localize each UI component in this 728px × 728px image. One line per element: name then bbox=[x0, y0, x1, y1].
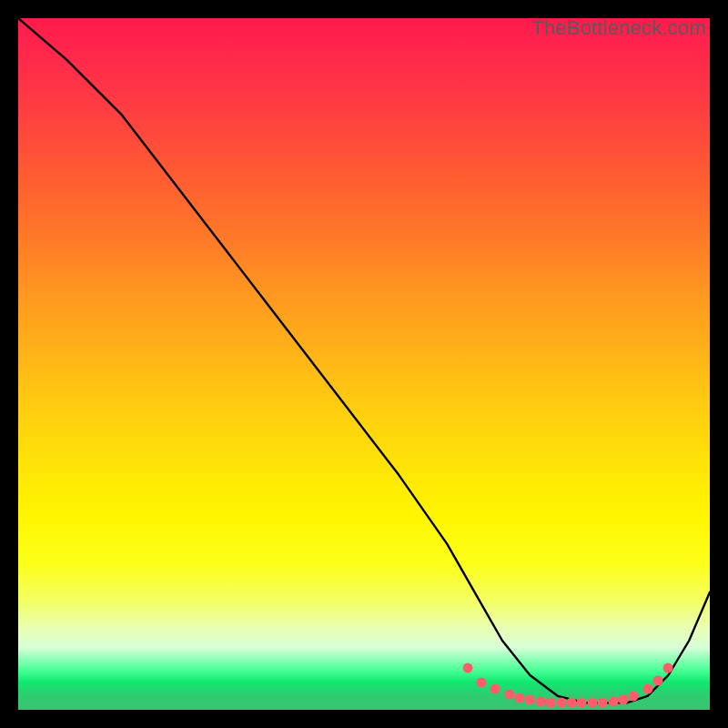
marker-bead bbox=[663, 663, 673, 673]
marker-bead bbox=[598, 698, 608, 708]
marker-bead bbox=[477, 677, 487, 687]
marker-bead bbox=[577, 698, 587, 708]
marker-bead bbox=[463, 663, 473, 673]
marker-bead bbox=[515, 693, 525, 703]
optimal-region-markers bbox=[18, 18, 710, 710]
marker-bead bbox=[535, 696, 545, 706]
marker-bead bbox=[504, 690, 514, 700]
marker-bead bbox=[567, 698, 577, 708]
plot-area: TheBottleneck.com bbox=[18, 18, 710, 710]
marker-bead bbox=[556, 698, 566, 708]
marker-bead bbox=[525, 695, 535, 705]
marker-bead bbox=[629, 691, 639, 701]
marker-bead bbox=[546, 697, 556, 707]
marker-bead bbox=[642, 684, 652, 694]
marker-bead bbox=[587, 698, 597, 708]
marker-bead bbox=[608, 696, 618, 706]
marker-bead bbox=[490, 684, 500, 694]
chart-frame: TheBottleneck.com bbox=[18, 18, 710, 710]
marker-bead bbox=[619, 694, 629, 704]
marker-bead bbox=[653, 676, 663, 686]
